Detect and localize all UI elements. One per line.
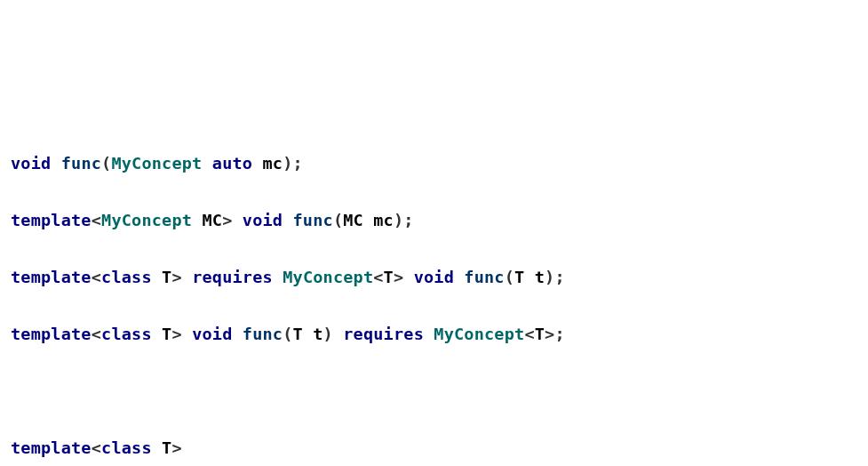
keyword-requires: requires (192, 268, 273, 286)
function-name: func (61, 154, 101, 173)
keyword-auto: auto (212, 154, 252, 173)
code-block: void func(MyConcept auto mc); template<M… (11, 121, 857, 466)
type-param-mc: MC (202, 211, 222, 229)
code-line-6: template<class T> (11, 434, 857, 462)
keyword-void: void (11, 154, 51, 173)
blank-line (11, 377, 857, 406)
type-myconcept: MyConcept (111, 154, 202, 173)
param-t: t (535, 268, 545, 286)
type-myconcept: MyConcept (101, 211, 192, 229)
type-param-t: T (162, 268, 171, 286)
code-line-1: void func(MyConcept auto mc); (11, 149, 857, 178)
keyword-class: class (101, 268, 152, 286)
code-line-3: template<class T> requires MyConcept<T> … (11, 263, 857, 292)
code-line-2: template<MyConcept MC> void func(MC mc); (11, 206, 857, 235)
code-line-4: template<class T> void func(T t) require… (11, 320, 857, 349)
param-mc: mc (263, 154, 283, 173)
keyword-template: template (11, 211, 92, 229)
